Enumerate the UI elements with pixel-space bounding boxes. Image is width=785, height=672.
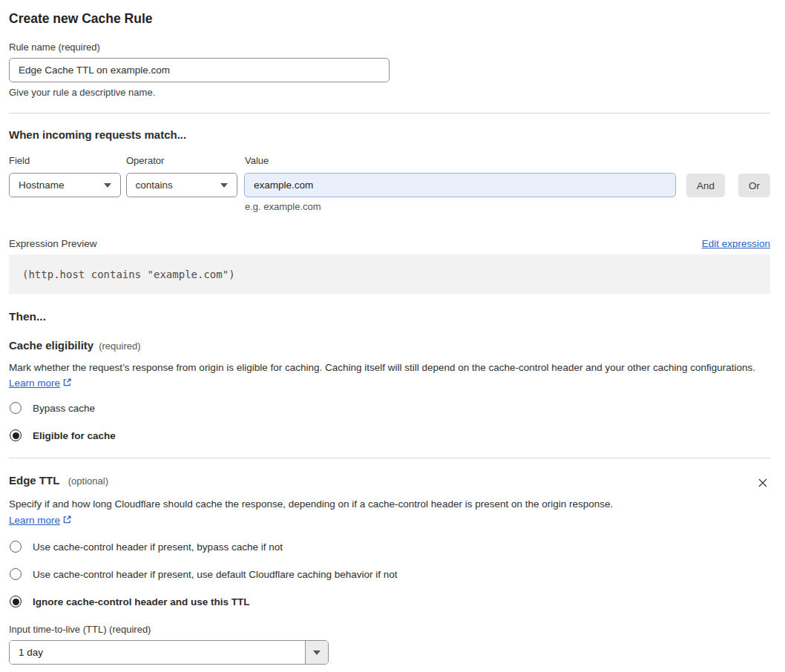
edit-expression-link[interactable]: Edit expression xyxy=(702,238,770,249)
cache-eligibility-title: Cache eligibility xyxy=(9,339,93,352)
rule-name-help: Give your rule a descriptive name. xyxy=(9,87,770,99)
learn-more-label: Learn more xyxy=(9,378,60,389)
external-link-icon xyxy=(62,378,72,387)
match-condition-row: Hostname contains And Or xyxy=(9,173,770,197)
chevron-down-icon xyxy=(104,183,111,188)
radio-circle-icon[interactable] xyxy=(10,402,22,414)
cache-eligibility-qualifier: (required) xyxy=(99,340,140,352)
or-button[interactable]: Or xyxy=(738,174,770,197)
chevron-down-icon xyxy=(220,183,228,188)
edge-ttl-learn-more-link[interactable]: Learn more xyxy=(9,515,72,526)
radio-eligible-for-cache-label: Eligible for cache xyxy=(33,430,116,441)
cache-eligibility-description-text: Mark whether the request’s response from… xyxy=(9,362,755,373)
value-input[interactable] xyxy=(244,173,676,197)
create-cache-rule-form: Create new Cache Rule Rule name (require… xyxy=(0,0,785,665)
cache-eligibility-learn-more-link[interactable]: Learn more xyxy=(9,378,72,389)
radio-selected-icon[interactable] xyxy=(10,429,22,441)
field-select[interactable]: Hostname xyxy=(9,173,121,197)
value-label: Value xyxy=(245,155,269,166)
operator-select-value: contains xyxy=(136,179,173,191)
edge-ttl-description-text: Specify if and how long Cloudflare shoul… xyxy=(9,498,613,510)
close-edge-ttl-button[interactable] xyxy=(755,475,770,490)
section-divider xyxy=(9,113,770,113)
section-divider xyxy=(9,458,770,458)
expression-preview-label: Expression Preview xyxy=(9,238,97,249)
ttl-input-label: Input time-to-live (TTL) (required) xyxy=(9,624,770,636)
edge-ttl-header: Edge TTL (optional) xyxy=(9,474,770,490)
radio-bypass-cache[interactable]: Bypass cache xyxy=(9,402,770,414)
page-title: Create new Cache Rule xyxy=(9,10,770,27)
radio-use-cc-bypass[interactable]: Use cache-control header if present, byp… xyxy=(9,541,770,553)
field-select-value: Hostname xyxy=(19,179,65,191)
radio-use-cc-default[interactable]: Use cache-control header if present, use… xyxy=(9,568,770,580)
edge-ttl-description: Specify if and how long Cloudflare shoul… xyxy=(9,496,626,528)
radio-use-cc-default-label: Use cache-control header if present, use… xyxy=(33,569,398,580)
radio-eligible-for-cache[interactable]: Eligible for cache xyxy=(9,429,770,441)
match-heading: When incoming requests match... xyxy=(9,128,770,142)
edge-ttl-qualifier: (optional) xyxy=(68,475,108,487)
ttl-select-control xyxy=(9,640,329,665)
then-heading: Then... xyxy=(9,309,770,323)
operator-select[interactable]: contains xyxy=(126,173,238,197)
external-link-icon xyxy=(62,515,72,524)
close-icon xyxy=(757,477,769,489)
radio-ignore-cc-use-ttl-label: Ignore cache-control header and use this… xyxy=(33,596,250,607)
expression-code: (http.host contains "example.com") xyxy=(22,269,235,280)
value-hint: e.g. example.com xyxy=(245,201,770,212)
cache-eligibility-header: Cache eligibility (required) xyxy=(9,339,770,352)
expression-code-block: (http.host contains "example.com") xyxy=(9,254,770,294)
learn-more-label: Learn more xyxy=(9,515,60,526)
radio-ignore-cc-use-ttl[interactable]: Ignore cache-control header and use this… xyxy=(9,596,770,607)
ttl-value-input[interactable] xyxy=(10,641,305,664)
expression-preview-row: Expression Preview Edit expression xyxy=(9,238,770,249)
field-label: Field xyxy=(9,155,126,166)
edge-ttl-title-group: Edge TTL (optional) xyxy=(9,474,108,487)
radio-use-cc-bypass-label: Use cache-control header if present, byp… xyxy=(33,541,283,553)
radio-bypass-cache-label: Bypass cache xyxy=(33,403,95,414)
operator-label: Operator xyxy=(126,155,245,166)
chevron-down-icon xyxy=(313,650,321,655)
and-button[interactable]: And xyxy=(686,174,725,197)
radio-selected-icon[interactable] xyxy=(10,596,22,607)
edge-ttl-title: Edge TTL xyxy=(9,474,59,487)
rule-name-input[interactable] xyxy=(9,58,390,82)
match-column-labels: Field Operator Value xyxy=(9,155,770,166)
ttl-dropdown-button[interactable] xyxy=(305,641,328,664)
radio-circle-icon[interactable] xyxy=(10,541,22,553)
cache-eligibility-description: Mark whether the request’s response from… xyxy=(9,360,770,391)
rule-name-label: Rule name (required) xyxy=(9,42,770,53)
radio-circle-icon[interactable] xyxy=(10,568,22,580)
